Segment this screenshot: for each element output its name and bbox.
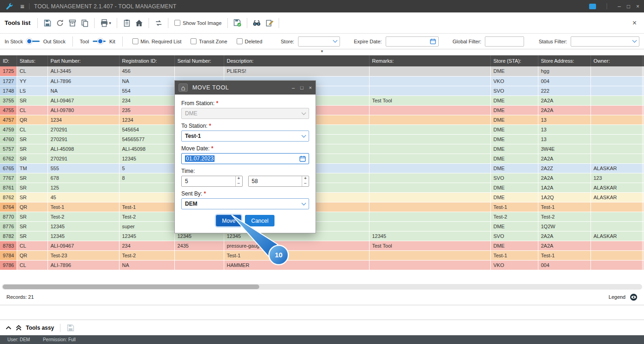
cell-remarks bbox=[369, 154, 490, 163]
dialog-close-button[interactable]: × bbox=[309, 85, 312, 90]
toolbar: Tools list ▾ bbox=[0, 12, 644, 34]
window-minimize-button[interactable]: – bbox=[618, 3, 621, 10]
table-row[interactable]: 8783CLALI-094672342435pressure-gaugeTest… bbox=[0, 241, 644, 250]
min-required-checkbox[interactable] bbox=[132, 38, 138, 44]
table-row[interactable]: 4755CLALI-09780235DME2A2A bbox=[0, 105, 644, 115]
hour-stepper[interactable]: 5 + − bbox=[181, 176, 243, 187]
minute-stepper[interactable]: 58 + − bbox=[248, 176, 310, 187]
cell-registration_id: 12345 bbox=[119, 154, 174, 163]
refresh-icon[interactable] bbox=[54, 17, 66, 29]
edit-icon[interactable] bbox=[263, 17, 275, 29]
column-header[interactable]: Part Number: bbox=[48, 55, 119, 66]
expand-panel-double-chevron-icon[interactable] bbox=[16, 325, 22, 331]
column-header[interactable]: Owner: bbox=[590, 55, 642, 66]
print-icon[interactable]: ▾ bbox=[98, 17, 113, 29]
archive-icon[interactable] bbox=[66, 17, 78, 29]
print-dropdown-caret-icon[interactable]: ▾ bbox=[109, 21, 111, 25]
table-row[interactable]: 1727YYALI-7896NAVKO004 bbox=[0, 76, 644, 86]
table-row[interactable]: 8764QRTest-1Test-1Test-1Test-1 bbox=[0, 202, 644, 212]
window-title: TOOL MANAGEMENT 2.1.407 - TOOL MANAGEMEN… bbox=[34, 3, 177, 10]
status-filter-select[interactable] bbox=[571, 36, 639, 47]
dialog-maximize-button[interactable]: □ bbox=[300, 85, 304, 90]
table-row[interactable]: 9784QRTest-23Test-2Test-1Test-1Test-1 bbox=[0, 250, 644, 260]
cell-id: 4759 bbox=[0, 125, 17, 134]
table-row[interactable]: 6765TM5555DME2A2ZALASKAR bbox=[0, 163, 644, 173]
table-row[interactable]: 8776SR12345superTOOL BOXDME1Q2W bbox=[0, 221, 644, 231]
toolbar-separator bbox=[149, 18, 149, 28]
column-header[interactable]: Remarks: bbox=[369, 55, 490, 66]
dialog-titlebar[interactable]: ⌂ MOVE TOOL – □ × bbox=[175, 81, 316, 95]
table-row[interactable]: 8761SR125DME1A2AALASKAR bbox=[0, 183, 644, 192]
home-icon[interactable] bbox=[133, 17, 145, 29]
column-header[interactable]: Status: bbox=[17, 55, 48, 66]
sent-by-select[interactable]: DEM bbox=[181, 198, 309, 209]
column-header[interactable]: Store Address: bbox=[538, 55, 590, 66]
deleted-checkbox[interactable] bbox=[237, 38, 243, 44]
calendar-icon[interactable] bbox=[430, 38, 436, 44]
expire-date-input[interactable] bbox=[386, 36, 439, 47]
table-row[interactable]: 3755SRALI-09467234Test ToolDME2A2A bbox=[0, 95, 644, 105]
legend-eye-icon[interactable] bbox=[630, 293, 638, 301]
column-header[interactable]: ID: bbox=[0, 55, 17, 66]
column-header[interactable]: Serial Number: bbox=[174, 55, 224, 66]
table-row[interactable]: 1748LSNA554SVO222 bbox=[0, 86, 644, 95]
tool-kit-toggle[interactable] bbox=[93, 38, 106, 44]
transit-zone-checkbox[interactable] bbox=[191, 38, 197, 44]
from-station-value: DME bbox=[185, 110, 197, 117]
cell-filler bbox=[642, 212, 644, 221]
table-row[interactable]: 7767SR6788SVO2A2A123 bbox=[0, 173, 644, 183]
cell-status: QR bbox=[17, 250, 48, 260]
kit-label: Kit bbox=[109, 39, 115, 44]
cell-remarks bbox=[369, 66, 490, 76]
transfer-icon[interactable] bbox=[152, 17, 165, 29]
hour-value: 5 bbox=[182, 176, 235, 186]
column-header[interactable]: Description: bbox=[224, 55, 369, 66]
save-icon[interactable] bbox=[41, 17, 54, 29]
column-header[interactable] bbox=[642, 55, 644, 66]
table-row[interactable]: 6762SR27029112345DME2A2A bbox=[0, 154, 644, 163]
cell-serial_number: 2435 bbox=[174, 241, 224, 250]
window-maximize-button[interactable]: □ bbox=[627, 3, 630, 10]
table-row[interactable]: 9786CLALI-7896NAHAMMERVKO004 bbox=[0, 260, 644, 270]
cell-remarks bbox=[369, 144, 490, 154]
cancel-button[interactable]: Cancel bbox=[245, 215, 274, 226]
horizontal-scrollbar[interactable] bbox=[2, 284, 642, 290]
binoculars-icon[interactable] bbox=[250, 17, 263, 29]
store-filter-select[interactable] bbox=[298, 36, 340, 47]
table-row[interactable]: 8762SR45DME1A2QALASKAR bbox=[0, 192, 644, 202]
move-date-input[interactable]: 01.07.2023 bbox=[181, 153, 309, 164]
close-tools-list-icon[interactable]: × bbox=[632, 19, 637, 27]
global-filter-input[interactable] bbox=[485, 36, 524, 47]
move-button[interactable]: Move bbox=[216, 215, 241, 226]
paste-icon[interactable] bbox=[120, 17, 133, 29]
to-station-select[interactable]: Test-1 bbox=[181, 130, 309, 142]
cell-registration_id: 5 bbox=[119, 163, 174, 173]
tools-assy-save-icon[interactable] bbox=[66, 324, 75, 332]
export-icon[interactable] bbox=[231, 17, 244, 29]
cell-status: TM bbox=[17, 163, 48, 173]
cell-id: 6762 bbox=[0, 154, 17, 163]
minute-decrement-icon[interactable]: − bbox=[302, 181, 309, 186]
column-header[interactable]: Registration ID: bbox=[119, 55, 174, 66]
calendar-icon[interactable] bbox=[297, 155, 309, 162]
window-close-button[interactable]: × bbox=[636, 3, 639, 10]
expand-panel-chevron-icon[interactable] bbox=[6, 326, 12, 330]
dialog-minimize-button[interactable]: – bbox=[292, 85, 295, 90]
table-row[interactable]: 4757QR12341234DME13 bbox=[0, 115, 644, 125]
copy-icon[interactable] bbox=[78, 17, 91, 29]
collapse-filters-arrow-icon[interactable]: ▼ bbox=[320, 49, 324, 53]
stock-toggle[interactable] bbox=[27, 38, 40, 44]
table-row[interactable]: 8782SR1234512345123451234512345SVO2A2AAL… bbox=[0, 231, 644, 241]
menu-hamburger-icon[interactable]: ≡ bbox=[20, 2, 24, 10]
hour-decrement-icon[interactable]: − bbox=[236, 181, 242, 186]
column-header[interactable]: Store (STA): bbox=[490, 55, 538, 66]
table-row[interactable]: 1725CLALI-3445456PLIERS!DMEhgg bbox=[0, 66, 644, 76]
table-row[interactable]: 5757SRALI-45098ALI-45098DME3W4E bbox=[0, 144, 644, 154]
table-row[interactable]: 4759CL270291545654DME13 bbox=[0, 125, 644, 134]
show-tool-image-checkbox[interactable] bbox=[174, 20, 180, 26]
cell-remarks bbox=[369, 250, 490, 260]
table-row[interactable]: 8770SRTest-2Test-2Test-2Test-2Test-2 bbox=[0, 212, 644, 221]
scrollbar-thumb[interactable] bbox=[3, 285, 259, 289]
table-row[interactable]: 4760SR27029154565577DME13 bbox=[0, 134, 644, 144]
notification-icon[interactable] bbox=[589, 4, 596, 9]
